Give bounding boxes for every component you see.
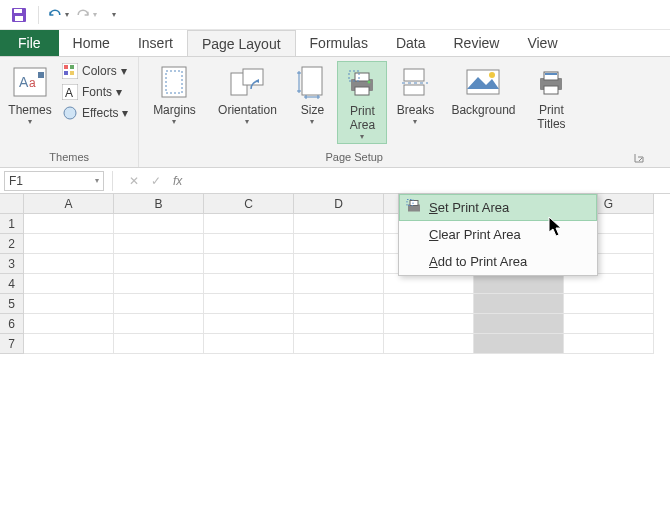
row-header[interactable]: 6: [0, 314, 24, 334]
cell[interactable]: [564, 334, 654, 354]
column-header[interactable]: B: [114, 194, 204, 214]
effects-button[interactable]: Effects ▾: [58, 103, 132, 123]
svg-rect-10: [64, 71, 68, 75]
fx-button[interactable]: fx: [173, 174, 182, 188]
cell[interactable]: [204, 274, 294, 294]
cancel-button[interactable]: ✕: [129, 174, 139, 188]
svg-rect-18: [243, 69, 263, 85]
cell[interactable]: [294, 294, 384, 314]
effects-label: Effects: [82, 106, 118, 120]
cell[interactable]: [564, 314, 654, 334]
undo-button[interactable]: ▾: [47, 4, 69, 26]
tab-review[interactable]: Review: [440, 30, 514, 56]
cell[interactable]: [204, 294, 294, 314]
row-header[interactable]: 1: [0, 214, 24, 234]
orientation-button[interactable]: Orientation ▾: [207, 61, 287, 128]
svg-text:a: a: [29, 76, 36, 90]
cell[interactable]: [114, 334, 204, 354]
cell[interactable]: [294, 274, 384, 294]
svg-rect-26: [404, 85, 424, 95]
cell[interactable]: [294, 214, 384, 234]
save-button[interactable]: [8, 4, 30, 26]
name-box-value: F1: [9, 174, 23, 188]
menu-set-print-area[interactable]: Set Print Area: [399, 194, 597, 221]
background-button[interactable]: Background: [443, 61, 523, 119]
tab-page-layout[interactable]: Page Layout: [187, 30, 296, 56]
name-box[interactable]: F1 ▾: [4, 171, 104, 191]
menu-clear-print-area[interactable]: Clear Print Area: [399, 221, 597, 248]
redo-button[interactable]: ▾: [75, 4, 97, 26]
cell[interactable]: [24, 274, 114, 294]
cell[interactable]: [114, 274, 204, 294]
svg-rect-6: [38, 72, 44, 78]
cell[interactable]: [204, 214, 294, 234]
tab-formulas[interactable]: Formulas: [296, 30, 382, 56]
cell[interactable]: [114, 214, 204, 234]
select-all-corner[interactable]: [0, 194, 24, 214]
cell[interactable]: [204, 254, 294, 274]
cell[interactable]: [24, 314, 114, 334]
colors-label: Colors: [82, 64, 117, 78]
cell[interactable]: [384, 314, 474, 334]
menu-clear-label: Clear Print Area: [429, 227, 521, 242]
cell[interactable]: [474, 334, 564, 354]
fonts-button[interactable]: A Fonts ▾: [58, 82, 132, 102]
cell[interactable]: [24, 334, 114, 354]
row-header[interactable]: 7: [0, 334, 24, 354]
tab-data[interactable]: Data: [382, 30, 440, 56]
cell[interactable]: [474, 314, 564, 334]
print-titles-button[interactable]: Print Titles: [527, 61, 575, 133]
cell[interactable]: [114, 294, 204, 314]
cell[interactable]: [294, 234, 384, 254]
tab-home[interactable]: Home: [59, 30, 124, 56]
breaks-button[interactable]: Breaks ▾: [391, 61, 439, 128]
cell[interactable]: [24, 294, 114, 314]
svg-rect-34: [410, 200, 418, 205]
colors-button[interactable]: Colors ▾: [58, 61, 132, 81]
svg-rect-25: [404, 69, 424, 81]
cell[interactable]: [204, 334, 294, 354]
dialog-launcher-icon[interactable]: [634, 153, 644, 163]
cell[interactable]: [24, 214, 114, 234]
themes-button[interactable]: Aa Themes ▾: [6, 61, 54, 128]
tab-insert[interactable]: Insert: [124, 30, 187, 56]
quick-access-toolbar: ▾ ▾ ▾: [0, 0, 670, 30]
row-header[interactable]: 4: [0, 274, 24, 294]
group-themes: Aa Themes ▾ Colors ▾ A Fonts ▾ Eff: [0, 57, 139, 167]
cell[interactable]: [384, 294, 474, 314]
cell[interactable]: [114, 234, 204, 254]
cell[interactable]: [24, 254, 114, 274]
cell[interactable]: [384, 274, 474, 294]
cell[interactable]: [114, 254, 204, 274]
background-label: Background: [451, 103, 515, 117]
cell[interactable]: [474, 294, 564, 314]
cell[interactable]: [384, 334, 474, 354]
cell[interactable]: [24, 234, 114, 254]
customize-qat[interactable]: ▾: [103, 4, 125, 26]
cell[interactable]: [294, 334, 384, 354]
column-header[interactable]: D: [294, 194, 384, 214]
tab-file[interactable]: File: [0, 30, 59, 56]
cell[interactable]: [114, 314, 204, 334]
size-button[interactable]: Size ▾: [291, 61, 333, 128]
print-area-button[interactable]: Print Area ▾: [337, 61, 387, 144]
cell[interactable]: [474, 274, 564, 294]
cursor-icon: [548, 216, 566, 238]
menu-add-to-print-area[interactable]: Add to Print Area: [399, 248, 597, 275]
cell[interactable]: [294, 254, 384, 274]
enter-button[interactable]: ✓: [151, 174, 161, 188]
column-header[interactable]: A: [24, 194, 114, 214]
save-icon: [11, 7, 27, 23]
cell[interactable]: [204, 234, 294, 254]
column-header[interactable]: C: [204, 194, 294, 214]
margins-button[interactable]: Margins ▾: [145, 61, 203, 128]
tab-view[interactable]: View: [513, 30, 571, 56]
cell[interactable]: [204, 314, 294, 334]
row-header[interactable]: 5: [0, 294, 24, 314]
cell[interactable]: [564, 294, 654, 314]
margins-label: Margins: [153, 103, 196, 117]
row-header[interactable]: 2: [0, 234, 24, 254]
cell[interactable]: [564, 274, 654, 294]
cell[interactable]: [294, 314, 384, 334]
row-header[interactable]: 3: [0, 254, 24, 274]
